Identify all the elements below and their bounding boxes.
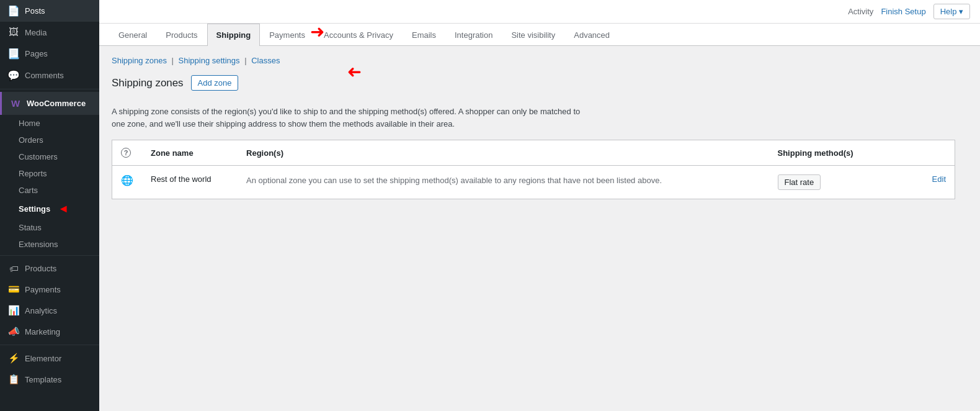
- sidebar-item-payments[interactable]: 💳 Payments: [0, 279, 99, 300]
- media-icon: 🖼: [7, 27, 20, 38]
- sidebar-subitem-status[interactable]: Status: [0, 219, 99, 236]
- tabs-area: ➜ General Products Shipping Payments Acc…: [99, 24, 980, 46]
- th-regions: Region(s): [238, 140, 768, 166]
- sidebar-item-woocommerce[interactable]: W WooCommerce: [0, 92, 99, 115]
- pages-icon: 📃: [7, 48, 20, 60]
- sidebar-sublabel-extensions: Extensions: [19, 240, 58, 249]
- elementor-icon: ⚡: [7, 353, 20, 364]
- inner-content: Shipping zones | Shipping settings | Cla…: [99, 46, 980, 209]
- tabs-bar: General Products Shipping Payments Accou…: [99, 24, 980, 46]
- subnav-sep1: |: [172, 56, 176, 65]
- sidebar-item-comments[interactable]: 💬 Comments: [0, 65, 99, 86]
- settings-arrow: ◄: [58, 202, 69, 215]
- tab-payments[interactable]: Payments: [260, 24, 314, 46]
- th-shipping-methods: Shipping method(s): [769, 140, 955, 166]
- sidebar-label-analytics: Analytics: [25, 306, 57, 315]
- row-shipping-method: Flat rate Edit: [769, 166, 955, 199]
- table-row: 🌐 Rest of the world An optional zone you…: [112, 166, 955, 199]
- sidebar-label-pages: Pages: [25, 49, 48, 58]
- help-icon[interactable]: ?: [121, 148, 131, 158]
- sidebar-subitem-customers[interactable]: Customers: [0, 148, 99, 165]
- subnav-shipping-zones[interactable]: Shipping zones: [112, 56, 167, 65]
- tab-integration[interactable]: Integration: [445, 24, 502, 46]
- zones-table: ? Zone name Region(s) Shipping method(s)…: [112, 140, 955, 199]
- sidebar-label-payments: Payments: [25, 285, 61, 294]
- tab-shipping[interactable]: Shipping: [207, 24, 261, 46]
- tab-site-visibility[interactable]: Site visibility: [502, 24, 564, 46]
- sidebar-item-templates[interactable]: 📋 Templates: [0, 369, 99, 390]
- page-content: ➜ General Products Shipping Payments Acc…: [99, 24, 980, 411]
- page-title: Shipping zones: [112, 77, 184, 89]
- sidebar-divider-1: [0, 89, 99, 89]
- sidebar-label-comments: Comments: [25, 71, 64, 80]
- tab-advanced[interactable]: Advanced: [564, 24, 619, 46]
- payments-icon: 💳: [7, 284, 20, 295]
- main-content: Activity Finish Setup Help ▾ ➜ General P…: [99, 0, 980, 411]
- th-zone-name: Zone name: [142, 140, 238, 166]
- sidebar-item-analytics[interactable]: 📊 Analytics: [0, 300, 99, 321]
- sub-nav: Shipping zones | Shipping settings | Cla…: [112, 56, 968, 65]
- sidebar-item-media[interactable]: 🖼 Media: [0, 22, 99, 43]
- analytics-icon: 📊: [7, 305, 20, 316]
- sidebar-label-woocommerce: WooCommerce: [27, 99, 86, 108]
- sidebar-subitem-settings[interactable]: Settings ◄: [0, 199, 99, 219]
- subnav-shipping-settings[interactable]: Shipping settings: [179, 56, 240, 65]
- flat-rate-badge: Flat rate: [778, 174, 821, 190]
- sidebar-subitem-extensions[interactable]: Extensions: [0, 236, 99, 253]
- sidebar: 📄 Posts 🖼 Media 📃 Pages 💬 Comments W Woo…: [0, 0, 99, 411]
- sidebar-sublabel-customers: Customers: [19, 152, 58, 161]
- sidebar-label-products: Products: [25, 264, 56, 273]
- sidebar-item-elementor[interactable]: ⚡ Elementor: [0, 348, 99, 369]
- topbar-right: Activity Finish Setup Help ▾: [848, 4, 970, 19]
- sidebar-subitem-home[interactable]: Home: [0, 115, 99, 132]
- sidebar-divider-2: [0, 255, 99, 256]
- subnav-classes[interactable]: Classes: [251, 56, 280, 65]
- woo-icon: W: [9, 98, 22, 109]
- help-button[interactable]: Help ▾: [933, 4, 970, 19]
- tab-general[interactable]: General: [109, 24, 156, 46]
- sidebar-sublabel-reports: Reports: [19, 169, 47, 178]
- edit-link[interactable]: Edit: [932, 174, 946, 184]
- sidebar-divider-3: [0, 345, 99, 345]
- globe-icon: 🌐: [121, 175, 133, 186]
- row-zone-name: Rest of the world: [142, 166, 238, 199]
- topbar: Activity Finish Setup Help ▾: [99, 0, 980, 24]
- sidebar-sublabel-home: Home: [19, 119, 40, 128]
- row-icon-cell: 🌐: [112, 166, 143, 199]
- sidebar-sublabel-orders: Orders: [19, 135, 43, 145]
- sidebar-label-marketing: Marketing: [25, 327, 60, 336]
- tab-products[interactable]: Products: [156, 24, 207, 46]
- posts-icon: 📄: [7, 5, 20, 17]
- page-description: A shipping zone consists of the region(s…: [112, 106, 595, 130]
- sidebar-item-products[interactable]: 🏷 Products: [0, 258, 99, 279]
- templates-icon: 📋: [7, 374, 20, 385]
- tab-accounts-privacy[interactable]: Accounts & Privacy: [314, 24, 403, 46]
- sidebar-label-media: Media: [25, 28, 47, 37]
- sidebar-sublabel-settings: Settings: [19, 204, 50, 214]
- comments-icon: 💬: [7, 70, 20, 81]
- sidebar-item-posts[interactable]: 📄 Posts: [0, 0, 99, 22]
- products-icon: 🏷: [7, 263, 20, 274]
- sidebar-sublabel-status: Status: [19, 223, 42, 232]
- sidebar-label-elementor: Elementor: [25, 354, 61, 363]
- add-zone-button[interactable]: Add zone: [191, 75, 239, 91]
- sidebar-subitem-reports[interactable]: Reports: [0, 165, 99, 182]
- sidebar-item-marketing[interactable]: 📣 Marketing: [0, 321, 99, 342]
- sidebar-label-templates: Templates: [25, 375, 61, 384]
- subnav-sep2: |: [244, 56, 249, 65]
- sidebar-sublabel-carts: Carts: [19, 186, 38, 195]
- row-region: An optional zone you can use to set the …: [238, 166, 768, 199]
- sidebar-item-pages[interactable]: 📃 Pages: [0, 43, 99, 65]
- sidebar-subitem-orders[interactable]: Orders: [0, 132, 99, 148]
- marketing-icon: 📣: [7, 326, 20, 337]
- th-icon: ?: [112, 140, 143, 166]
- tab-emails[interactable]: Emails: [403, 24, 445, 46]
- sidebar-subitem-carts[interactable]: Carts: [0, 182, 99, 199]
- finish-setup-label: Finish Setup: [881, 7, 925, 16]
- page-heading: Shipping zones Add zone: [112, 75, 238, 91]
- sidebar-label-posts: Posts: [25, 6, 45, 16]
- activity-label: Activity: [848, 7, 873, 16]
